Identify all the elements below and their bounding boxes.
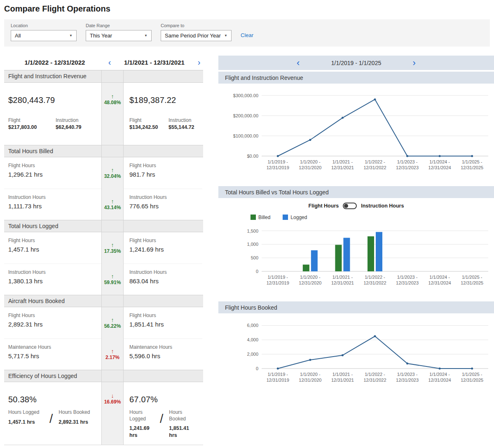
- caret-down-icon: ▼: [224, 34, 227, 37]
- chart-title: Flight and Instruction Revenue: [218, 72, 494, 84]
- chevron-right-icon[interactable]: ›: [195, 58, 203, 66]
- change-percent: 48.08%: [104, 100, 121, 105]
- location-label: Location: [11, 23, 77, 28]
- svg-text:12/31/2022: 12/31/2022: [363, 378, 386, 383]
- svg-text:12/31/2023: 12/31/2023: [396, 280, 419, 285]
- metric-label: Flight Hours: [8, 163, 98, 168]
- section-title: Total Hours Logged: [4, 220, 101, 232]
- metric-value: 1,380.13 hrs: [8, 278, 98, 285]
- comparison-table: Flight and Instruction Revenue $280,443.…: [4, 70, 203, 445]
- hours-booked-label: Hours Booked: [59, 409, 94, 416]
- metric-label: Flight Hours: [8, 313, 98, 318]
- slash-divider-icon: /: [160, 412, 163, 426]
- compare-to-filter: Compare to Same Period Prior Year ▼: [161, 23, 232, 41]
- toggle-left-label[interactable]: Flight Hours: [309, 203, 339, 209]
- hours-booked-label: Hours Booked: [169, 409, 194, 422]
- metric-label: Instruction Hours: [129, 194, 199, 200]
- revenue-row: $280,443.79 Flight Instruction $217,803.…: [4, 83, 203, 145]
- change-indicator: ↑ 2.17%: [101, 338, 124, 370]
- metric-value: 1,241.69 hrs: [129, 246, 199, 253]
- metric-value: 5,717.5 hrs: [8, 352, 98, 359]
- arrow-up-icon: ↑: [111, 167, 114, 173]
- svg-text:1/1/2020 -: 1/1/2020 -: [300, 372, 321, 377]
- metric-row: Maintenance Hours 5,717.5 hrs ↑ 2.17% Ma…: [4, 338, 203, 370]
- svg-text:1/1/2021 -: 1/1/2021 -: [332, 275, 353, 280]
- date-range-label: Date Range: [86, 23, 152, 28]
- revenue-current-total: $280,443.79: [8, 96, 98, 105]
- metric-value: 1,111.73 hrs: [8, 203, 98, 210]
- billed-swatch: [251, 215, 256, 220]
- metric-label: Flight Hours: [129, 238, 199, 243]
- efficiency-current-total: 50.38%: [8, 395, 98, 404]
- flight-instruction-toggle[interactable]: [343, 203, 357, 209]
- efficiency-prior-total: 67.07%: [129, 395, 199, 404]
- legend-item-logged: Logged: [283, 215, 307, 220]
- caret-down-icon: ▼: [144, 34, 147, 37]
- svg-text:$0.00: $0.00: [247, 154, 258, 159]
- metric-label: Flight Hours: [8, 238, 98, 243]
- metric-row: Instruction Hours 1,111.73 hrs ↑ 43.14% …: [4, 189, 203, 220]
- change-percent: 2.17%: [105, 355, 119, 360]
- svg-text:1/1/2020 -: 1/1/2020 -: [300, 275, 321, 280]
- legend-item-billed: Billed: [251, 215, 270, 220]
- metric-value: 1,851.41 hrs: [129, 321, 199, 328]
- svg-text:12/31/2019: 12/31/2019: [266, 280, 289, 285]
- change-percent: 17.35%: [104, 248, 121, 254]
- efficiency-row: 50.38% Hours Logged 1,457.1 hrs / Hours …: [4, 382, 203, 445]
- chart-title: Total Hours Billed vs Total Hours Logged: [218, 186, 494, 198]
- svg-text:12/31/2024: 12/31/2024: [428, 378, 451, 383]
- compare-to-select[interactable]: Same Period Prior Year ▼: [161, 30, 232, 41]
- flight-revenue: $217,803.00: [8, 124, 56, 130]
- hours-billed-logged-chart-card: Total Hours Billed vs Total Hours Logged…: [218, 186, 494, 292]
- hours-logged-value: 1,457.1 hrs: [8, 419, 44, 426]
- svg-text:1,500: 1,500: [247, 229, 258, 233]
- section-header-efficiency: Efficiency of Hours Logged: [4, 370, 203, 382]
- svg-text:1/1/2019 -: 1/1/2019 -: [267, 275, 288, 280]
- svg-text:0: 0: [255, 366, 258, 371]
- chevron-left-icon[interactable]: ‹: [294, 58, 302, 68]
- metric-label: Instruction Hours: [129, 269, 199, 275]
- instruction-label: Instruction: [169, 117, 199, 123]
- svg-text:1/1/2023 -: 1/1/2023 -: [397, 159, 417, 164]
- chevron-right-icon[interactable]: ›: [410, 58, 418, 68]
- hours-booked-value: 1,851.41 hrs: [169, 425, 194, 439]
- location-filter: Location All ▼: [11, 23, 77, 41]
- section-header-hours-logged: Total Hours Logged: [4, 220, 203, 232]
- chart-title: Flight Hours Booked: [218, 301, 494, 313]
- svg-text:12/31/2021: 12/31/2021: [331, 280, 354, 285]
- svg-text:1/1/2023 -: 1/1/2023 -: [397, 372, 417, 377]
- toggle-knob: [344, 204, 348, 208]
- svg-text:12/31/2019: 12/31/2019: [266, 378, 289, 383]
- toggle-right-label[interactable]: Instruction Hours: [361, 203, 404, 209]
- metric-value: 863.04 hrs: [129, 278, 199, 285]
- metric-value: 1,457.1 hrs: [8, 246, 98, 253]
- svg-text:1/1/2024 -: 1/1/2024 -: [429, 159, 450, 164]
- svg-text:12/31/2020: 12/31/2020: [299, 165, 321, 170]
- change-percent: 43.14%: [104, 205, 121, 210]
- svg-text:500: 500: [251, 255, 258, 260]
- section-header-hours-booked: Aircraft Hours Booked: [4, 295, 203, 307]
- svg-text:12/31/2020: 12/31/2020: [299, 280, 321, 285]
- hours-toggle-row: Flight Hours Instruction Hours: [218, 202, 494, 210]
- arrow-down-icon: ↓: [111, 393, 114, 399]
- booked-line-chart: 02,0004,0006,0001/1/2019 -12/31/20191/1/…: [220, 315, 492, 389]
- metric-value: 2,892.31 hrs: [8, 321, 98, 328]
- metric-label: Flight Hours: [129, 163, 199, 168]
- clear-filters-link[interactable]: Clear: [241, 32, 253, 38]
- charts-panel: ‹ 1/1/2019 - 1/1/2025 › Flight and Instr…: [218, 56, 494, 399]
- period-header: 1/1/2022 - 12/31/2022 ‹ 1/1/2021 - 12/31…: [4, 56, 203, 69]
- change-indicator: ↑ 17.35%: [101, 232, 124, 264]
- content: 1/1/2022 - 12/31/2022 ‹ 1/1/2021 - 12/31…: [4, 56, 490, 445]
- metric-label: Maintenance Hours: [129, 344, 199, 350]
- svg-text:1/1/2025 -: 1/1/2025 -: [461, 275, 482, 280]
- prior-period-label: 1/1/2021 - 12/31/2021: [114, 59, 195, 66]
- metric-value: 776.65 hrs: [129, 203, 199, 210]
- svg-text:1/1/2019 -: 1/1/2019 -: [267, 159, 288, 164]
- location-select[interactable]: All ▼: [11, 30, 77, 41]
- change-indicator: ↑ 56.22%: [101, 307, 124, 338]
- date-range-select[interactable]: This Year ▼: [86, 30, 152, 41]
- metric-value: 1,296.21 hrs: [8, 171, 98, 178]
- svg-text:2,000: 2,000: [247, 352, 258, 357]
- svg-text:1/1/2019 -: 1/1/2019 -: [267, 372, 288, 377]
- chevron-left-icon[interactable]: ‹: [105, 58, 114, 66]
